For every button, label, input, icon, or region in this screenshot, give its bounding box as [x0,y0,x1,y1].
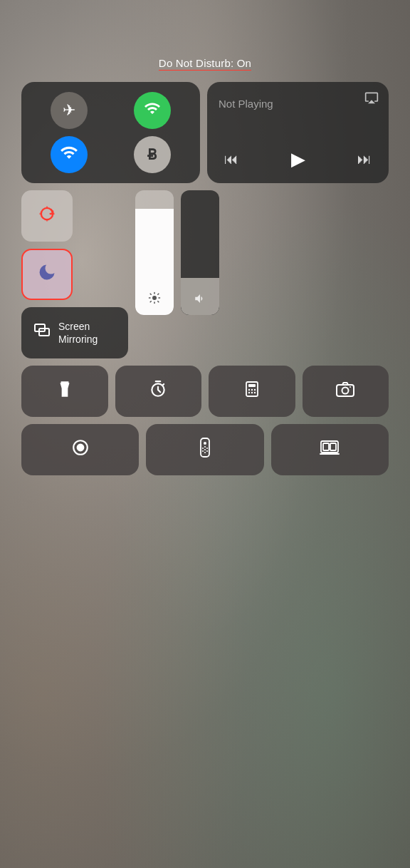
svg-point-15 [349,386,351,388]
sliders-area [135,190,389,315]
airplane-icon: ✈ [63,101,75,120]
svg-rect-13 [337,385,354,396]
volume-icon [194,292,206,308]
svg-point-17 [77,444,83,450]
screen-record-button[interactable] [21,424,139,475]
now-playing-block: Not Playing ⏮ ▶ ⏭ [207,82,389,183]
moon-icon [37,262,57,287]
not-playing-label: Not Playing [219,98,377,110]
svg-point-14 [342,387,349,393]
rotation-lock-button[interactable] [21,190,73,242]
svg-point-11 [251,391,253,393]
svg-point-7 [248,388,250,390]
svg-point-8 [251,388,253,390]
do-not-disturb-button[interactable] [21,249,73,300]
fast-forward-button[interactable]: ⏭ [354,148,374,170]
volume-slider[interactable] [181,190,219,315]
brightness-icon [148,291,161,308]
flashlight-button[interactable] [21,366,108,417]
calculator-button[interactable] [209,366,295,417]
svg-point-3 [152,296,157,300]
svg-rect-28 [323,443,329,450]
calculator-icon [243,381,261,403]
rewind-button[interactable]: ⏮ [221,148,241,170]
airplay-button[interactable] [364,91,379,108]
svg-point-9 [254,388,256,390]
svg-point-12 [254,391,256,393]
screen-mirroring-label: Screen Mirroring [58,320,115,346]
timer-button[interactable] [115,366,202,417]
remote-button[interactable] [146,424,263,475]
rotation-lock-icon [37,204,57,229]
control-center: Do Not Disturb: On ✈ [21,57,389,475]
media-controls: ⏮ ▶ ⏭ [219,145,377,173]
svg-rect-29 [330,443,336,450]
row-3 [21,366,389,417]
bluetooth-button[interactable]: Ƀ [134,136,171,173]
remote-icon [199,438,211,463]
wifi-icon [60,143,78,166]
row-1: ✈ Ƀ [21,82,389,183]
brightness-slider[interactable] [135,190,174,315]
connectivity-block: ✈ Ƀ [21,82,200,183]
svg-point-19 [204,442,206,445]
dnd-label: Do Not Disturb: On [159,57,251,71]
dnd-banner: Do Not Disturb: On [21,57,389,69]
airplane-mode-button[interactable]: ✈ [51,92,88,129]
screen-mirroring-icon [34,322,51,343]
row-2: Screen Mirroring [21,190,389,358]
svg-point-10 [248,391,250,393]
svg-rect-6 [248,384,256,387]
screen-mirroring-button[interactable]: Screen Mirroring [21,307,128,358]
camera-button[interactable] [303,366,389,417]
wifi-button[interactable] [51,136,88,173]
flashlight-icon [56,380,74,403]
cellular-button[interactable] [134,92,171,129]
camera-icon [336,381,354,403]
bluetooth-icon: Ƀ [147,146,157,163]
sleep-timer-icon [320,439,340,461]
screen-record-icon [71,438,90,462]
sleep-timer-button[interactable] [271,424,389,475]
cellular-icon [144,100,161,121]
timer-icon [149,380,167,403]
play-button[interactable]: ▶ [288,145,308,173]
row2-left: Screen Mirroring [21,190,128,358]
row-4 [21,424,389,475]
